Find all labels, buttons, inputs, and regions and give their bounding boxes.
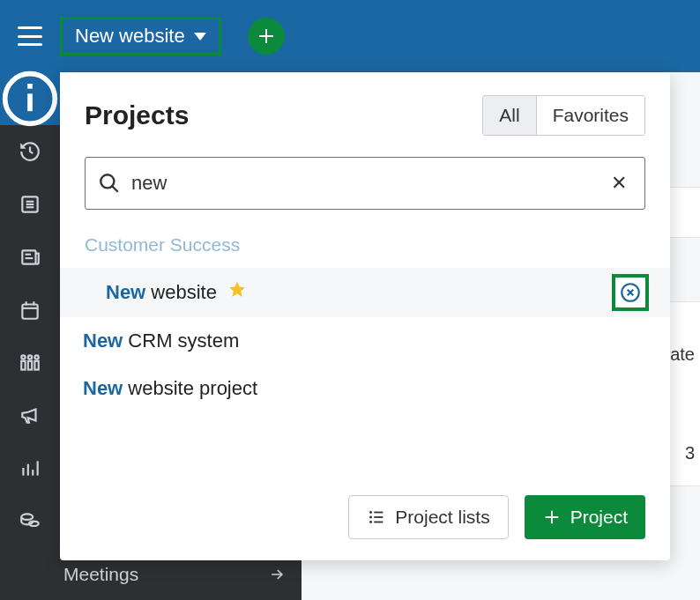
svg-point-19: [34, 355, 38, 359]
project-result-item[interactable]: New website project: [60, 365, 670, 412]
remove-favorite-button[interactable]: [612, 274, 649, 311]
svg-point-24: [21, 515, 33, 521]
project-result-list: New website New CRM system New website p…: [60, 268, 670, 412]
peek-text-2: 3: [685, 443, 695, 463]
svg-rect-15: [28, 360, 32, 369]
news-icon: [19, 246, 41, 269]
main-menu-button[interactable]: [18, 26, 42, 46]
match-highlight: New: [106, 281, 145, 303]
create-project-button[interactable]: Project: [525, 495, 645, 539]
sidebar-item-announce[interactable]: [0, 389, 60, 441]
svg-rect-2: [27, 84, 33, 89]
project-search-box[interactable]: ✕: [85, 157, 645, 210]
search-icon: [98, 172, 121, 195]
history-icon: [19, 140, 41, 163]
projects-popover: Projects All Favorites ✕ Customer Succes…: [60, 72, 670, 560]
project-selector-dropdown[interactable]: New website: [60, 17, 221, 56]
tab-favorites[interactable]: Favorites: [536, 96, 644, 135]
coins-icon: [19, 509, 41, 532]
popover-title: Projects: [85, 100, 189, 130]
project-result-item[interactable]: New website: [60, 268, 670, 317]
close-circle-icon: [619, 281, 642, 304]
global-add-button[interactable]: [248, 18, 285, 55]
match-highlight: New: [83, 377, 123, 399]
projects-filter-tabs: All Favorites: [482, 95, 645, 136]
sidebar-item-label: Meetings: [63, 564, 138, 585]
info-icon: [0, 69, 60, 129]
svg-point-18: [28, 355, 32, 359]
plus-icon: [542, 507, 562, 527]
project-group-label: Customer Success: [85, 227, 645, 268]
svg-rect-10: [22, 304, 37, 318]
sidebar-item-team-planner[interactable]: [0, 337, 60, 389]
tab-all[interactable]: All: [483, 96, 535, 135]
button-label: Project lists: [395, 507, 489, 528]
sidebar-item-budgets[interactable]: [0, 494, 60, 547]
current-project-label: New website: [75, 25, 185, 48]
bar-chart-icon: [19, 456, 41, 479]
favorite-star-icon: [227, 280, 247, 305]
chevron-down-icon: [194, 33, 206, 41]
result-rest: website: [145, 281, 217, 303]
svg-line-27: [112, 186, 118, 192]
sidebar-item-activity[interactable]: [0, 125, 60, 178]
svg-point-31: [369, 521, 372, 523]
result-rest: CRM system: [123, 330, 239, 352]
svg-point-30: [369, 516, 372, 519]
svg-point-29: [369, 511, 372, 514]
project-search-input[interactable]: [121, 172, 606, 195]
sidebar-item-reports[interactable]: [0, 441, 60, 494]
result-rest: website project: [123, 377, 257, 399]
megaphone-icon: [19, 404, 41, 426]
clear-search-button[interactable]: ✕: [606, 168, 632, 198]
arrow-right-icon: [268, 566, 286, 583]
top-bar: New website: [0, 0, 700, 72]
svg-rect-14: [21, 360, 25, 369]
button-label: Project: [570, 507, 628, 528]
calendar-icon: [19, 299, 41, 322]
peek-text-1: ate: [670, 344, 695, 365]
sidebar-item-work-packages[interactable]: [0, 178, 60, 231]
list-icon: [19, 193, 41, 216]
svg-rect-1: [27, 93, 33, 111]
match-highlight: New: [83, 330, 123, 352]
plus-icon: [256, 26, 277, 47]
sidebar-item-news[interactable]: [0, 231, 60, 284]
project-lists-button[interactable]: Project lists: [348, 495, 508, 539]
project-result-item[interactable]: New CRM system: [60, 317, 670, 365]
sidebar-item-info[interactable]: [0, 72, 60, 125]
icon-sidebar: [0, 72, 60, 600]
svg-point-17: [21, 355, 25, 359]
sidebar-item-calendar[interactable]: [0, 284, 60, 337]
svg-point-26: [101, 174, 114, 188]
team-icon: [19, 352, 41, 374]
list-bullet-icon: [367, 507, 386, 527]
svg-rect-16: [34, 360, 38, 369]
